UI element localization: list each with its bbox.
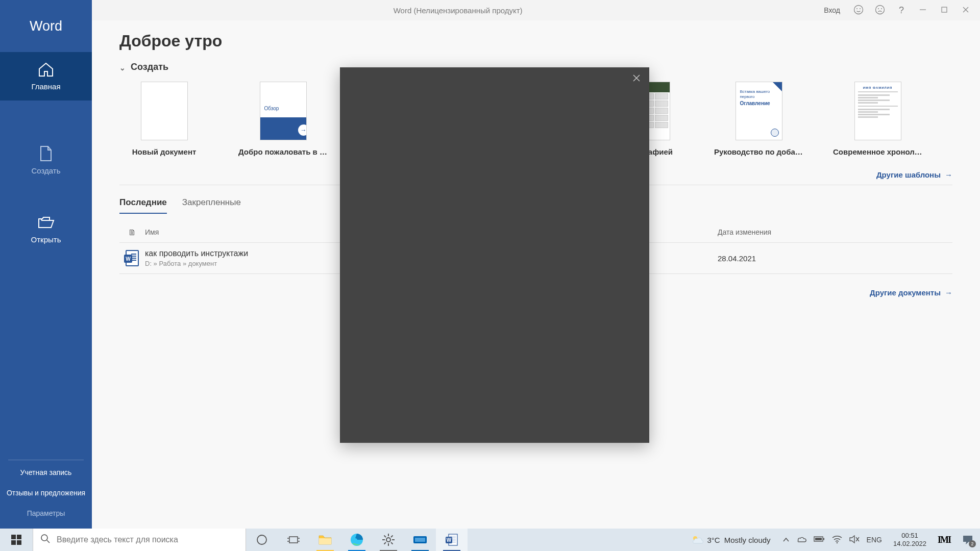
tab-pinned[interactable]: Закрепленные <box>182 197 241 214</box>
sidebar: Word Главная Создать Открыть Учетная зап… <box>0 0 92 529</box>
weather-desc: Mostly cloudy <box>724 536 771 544</box>
svg-point-2 <box>860 8 861 9</box>
edge-icon[interactable] <box>341 529 373 551</box>
taskbar: W 3°C Mostly cloudy ENG 00:51 14.02.2022… <box>0 529 980 551</box>
new-document-icon <box>37 146 55 161</box>
maximize-button[interactable] <box>938 6 950 15</box>
folder-open-icon <box>37 215 55 230</box>
svg-point-49 <box>836 542 838 543</box>
more-templates-link[interactable]: Другие шаблоны→ <box>876 170 952 179</box>
modal-dialog <box>340 67 649 443</box>
svg-point-26 <box>386 538 390 542</box>
face-happy-icon[interactable] <box>852 5 865 16</box>
face-sad-icon[interactable] <box>874 5 886 16</box>
svg-rect-48 <box>815 538 822 540</box>
taskbar-search[interactable] <box>33 529 246 551</box>
create-section-label: Создать <box>131 62 168 72</box>
start-button[interactable] <box>0 529 33 551</box>
notification-badge: 2 <box>969 540 976 547</box>
svg-line-31 <box>384 536 386 538</box>
template-toc-guide[interactable]: Вставка вашегопервогоОглавление Руководс… <box>714 82 803 156</box>
svg-line-33 <box>384 542 386 544</box>
app-brand: Word <box>0 0 92 52</box>
template-blank-thumb <box>141 82 188 140</box>
template-label: Добро пожаловать в Wo… <box>238 147 328 156</box>
language-indicator[interactable]: ENG <box>867 536 882 544</box>
svg-rect-15 <box>17 540 21 545</box>
clock[interactable]: 00:51 14.02.2022 <box>887 532 933 548</box>
onedrive-icon[interactable] <box>796 536 806 544</box>
search-icon <box>40 534 51 546</box>
signin-link[interactable]: Вход <box>824 6 840 14</box>
template-blank[interactable]: Новый документ <box>119 82 209 156</box>
svg-point-18 <box>257 535 266 544</box>
document-icon: 🗎 <box>119 228 145 237</box>
svg-point-16 <box>41 535 47 541</box>
svg-rect-7 <box>942 7 947 12</box>
search-input[interactable] <box>57 535 238 544</box>
on-screen-keyboard-icon[interactable] <box>404 529 436 551</box>
template-welcome[interactable]: Обзор → Добро пожаловать в Wo… <box>238 82 328 156</box>
template-label: Современное хронологич… <box>833 147 922 156</box>
svg-rect-13 <box>17 535 21 539</box>
template-label: Новый документ <box>119 147 209 156</box>
template-label: Руководство по добавлен… <box>714 147 803 156</box>
minimize-button[interactable] <box>917 6 929 15</box>
weather-icon <box>691 534 703 546</box>
battery-icon[interactable] <box>814 536 825 544</box>
svg-rect-12 <box>11 535 16 539</box>
svg-text:W: W <box>447 537 452 543</box>
svg-point-1 <box>856 8 857 9</box>
svg-rect-36 <box>415 538 425 542</box>
nav-create-label: Создать <box>31 166 60 175</box>
template-toc-thumb: Вставка вашегопервогоОглавление <box>736 82 782 140</box>
word-app-icon[interactable]: W <box>436 529 468 551</box>
nav-home[interactable]: Главная <box>0 52 92 101</box>
clock-time: 00:51 <box>893 532 926 540</box>
home-icon <box>37 62 55 77</box>
tray-overflow-icon[interactable] <box>783 536 789 544</box>
recent-file-date: 28.04.2021 <box>718 254 952 263</box>
more-documents-link[interactable]: Другие документы→ <box>870 288 952 297</box>
nav-account[interactable]: Учетная запись <box>0 462 92 483</box>
volume-mute-icon[interactable] <box>849 535 860 545</box>
svg-point-0 <box>854 5 863 14</box>
file-explorer-icon[interactable] <box>309 529 341 551</box>
weather-widget[interactable]: 3°C Mostly cloudy <box>684 534 778 546</box>
svg-rect-47 <box>823 538 824 540</box>
task-view-icon[interactable] <box>278 529 309 551</box>
nav-create[interactable]: Создать <box>0 136 92 185</box>
ime-indicator[interactable]: IMI <box>933 535 955 545</box>
svg-line-34 <box>391 536 393 538</box>
nav-open-label: Открыть <box>31 235 61 244</box>
template-resume-thumb: ИМЯ ФАМИЛИЯ <box>854 82 901 140</box>
arrow-right-icon: → <box>945 170 952 179</box>
template-resume[interactable]: ИМЯ ФАМИЛИЯ Современное хронологич… <box>833 82 922 156</box>
arrow-right-icon: → <box>945 288 952 297</box>
chevron-down-icon: ⌄ <box>119 64 126 72</box>
svg-point-5 <box>881 8 882 9</box>
close-button[interactable] <box>960 6 972 15</box>
settings-icon[interactable] <box>373 529 404 551</box>
wifi-icon[interactable] <box>832 535 842 545</box>
tab-recent[interactable]: Последние <box>119 197 167 214</box>
title-bar: Word (Нелицензированный продукт) Вход ? <box>92 0 980 20</box>
column-date[interactable]: Дата изменения <box>718 228 952 237</box>
notifications-icon[interactable]: 2 <box>955 529 980 551</box>
svg-point-4 <box>878 8 879 9</box>
svg-line-17 <box>47 540 50 543</box>
word-doc-icon: W <box>119 250 145 266</box>
clock-date: 14.02.2022 <box>893 540 926 548</box>
svg-rect-24 <box>319 538 331 544</box>
svg-rect-19 <box>289 537 298 543</box>
svg-point-3 <box>876 5 885 14</box>
svg-line-32 <box>391 542 393 544</box>
window-title: Word (Нелицензированный продукт) <box>92 6 824 15</box>
close-icon[interactable] <box>631 72 642 84</box>
nav-open[interactable]: Открыть <box>0 205 92 254</box>
nav-options[interactable]: Параметры <box>0 503 92 523</box>
help-icon[interactable]: ? <box>895 5 908 16</box>
nav-home-label: Главная <box>31 82 60 91</box>
cortana-icon[interactable] <box>246 529 278 551</box>
nav-feedback[interactable]: Отзывы и предложения <box>0 483 92 503</box>
